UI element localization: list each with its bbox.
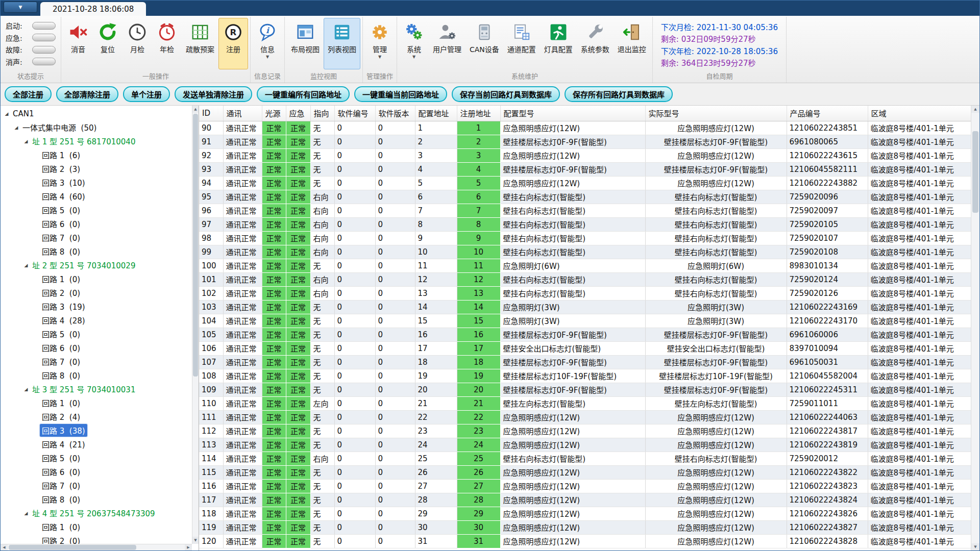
table-row[interactable]: 94通讯正常正常正常无0055应急照明感应灯(12W)应急照明感应灯(12W)1… [199,176,971,190]
status-indicator[interactable] [32,34,56,41]
tree-item[interactable]: 回路 4 (60) [1,189,192,203]
tree-item[interactable]: 回路 7 (0) [1,479,192,492]
toolbar-button-annual-check[interactable]: 年检 [152,18,182,69]
column-header-emergency[interactable]: 应急 [286,106,310,121]
table-row[interactable]: 95通讯正常正常正常右向0066壁挂右向标志灯(智能型)壁挂右向标志灯(智能型)… [199,190,971,204]
toolbar-button-register[interactable]: R注册 [218,18,248,69]
toolbar-button-channel-config[interactable]: 通道配置 [503,18,540,69]
toolbar-button-exit-monitor[interactable]: 退出监控 [614,18,650,69]
table-row[interactable]: 120通讯正常正常正常无003131应急照明感应灯(12W)应急照明感应灯(12… [199,534,971,548]
table-row[interactable]: 103通讯正常正常正常无001414应急照明灯(3W)应急照明灯(3W)1210… [199,300,971,314]
tree-horizontal-scrollbar[interactable]: ◀ ▶ [1,544,192,550]
table-row[interactable]: 93通讯正常正常正常无0044壁挂楼层标志灯0F-9F(智能型)壁挂楼层标志灯0… [199,162,971,176]
tree-item[interactable]: ◢一体式集中电源 (50) [1,120,192,134]
toolbar-button-mute[interactable]: 消音 [63,18,93,69]
scroll-left-icon[interactable]: ◀ [1,544,8,550]
table-row[interactable]: 118通讯正常正常正常无002929应急照明感应灯(12W)应急照明感应灯(12… [199,507,971,520]
status-indicator[interactable] [32,46,56,54]
column-header-id[interactable]: ID [199,106,223,121]
tree-item[interactable]: 回路 7 (0) [1,355,192,368]
table-row[interactable]: 92通讯正常正常正常无0033应急照明感应灯(12W)应急照明感应灯(12W)1… [199,148,971,162]
tree-item[interactable]: 回路 3 (19) [1,299,192,313]
toolbar-button-layout-view[interactable]: 布局视图 [287,18,324,69]
column-header-cfg_model[interactable]: 配置型号 [500,106,645,121]
column-header-light[interactable]: 光源 [262,106,286,121]
tree-item[interactable]: ◢址 3 型 251 号 7034010031 [1,382,192,396]
toolbar-button-evacuation-plan[interactable]: 疏散预案 [182,18,218,69]
status-indicator[interactable] [32,58,56,65]
table-row[interactable]: 107通讯正常正常正常无001818壁挂楼层标志灯0F-9F(智能型)壁挂楼层标… [199,355,971,369]
scroll-up-icon[interactable]: ▲ [971,106,979,113]
tree-item[interactable]: 回路 6 (0) [1,465,192,479]
table-row[interactable]: 111通讯正常正常正常无002222应急照明感应灯(12W)应急照明感应灯(12… [199,410,971,424]
toolbar-button-lamp-config[interactable]: 灯具配置 [540,18,577,69]
tree-item[interactable]: ◢CAN1 [1,107,192,120]
table-vertical-scrollbar[interactable]: ▲ ▼ [971,106,979,550]
tree-item[interactable]: 回路 3 (38) [1,423,192,437]
toolbar-button-info[interactable]: i信息▼ [253,18,282,69]
tree-item[interactable]: 回路 5 (0) [1,451,192,465]
tree-item[interactable]: 回路 8 (0) [1,368,192,382]
tree-item[interactable]: 回路 2 (0) [1,286,192,299]
table-row[interactable]: 113通讯正常正常正常无002424应急照明感应灯(12W)应急照明感应灯(12… [199,438,971,452]
table-row[interactable]: 112通讯正常正常正常无002323应急照明感应灯(12W)应急照明感应灯(12… [199,424,971,438]
tree-expander-icon[interactable]: ◢ [22,511,30,516]
window-menu-button[interactable]: ▼ [4,2,37,13]
tree-item[interactable]: 回路 5 (0) [1,327,192,341]
table-row[interactable]: 114通讯正常正常正常右向002525壁挂右向标志灯(智能型)壁挂右向标志灯(智… [199,452,971,465]
tree-expander-icon[interactable]: ◢ [22,139,30,144]
tree-hscroll-track[interactable] [8,544,185,550]
tree-vscroll-thumb[interactable] [193,114,198,377]
table-row[interactable]: 106通讯正常正常正常无001717壁挂安全出口标志灯(智能型)壁挂安全出口标志… [199,341,971,355]
tree-item[interactable]: 回路 4 (21) [1,437,192,451]
column-header-sw_ver[interactable]: 软件版本 [375,106,415,121]
table-row[interactable]: 104通讯正常正常正常无001515应急照明灯(3W)应急照明灯(3W)1210… [199,314,971,328]
column-header-sw_no[interactable]: 软件编号 [334,106,375,121]
table-row[interactable]: 117通讯正常正常正常无002828应急照明感应灯(12W)应急照明感应灯(12… [199,493,971,507]
tree-item[interactable]: 回路 3 (10) [1,176,192,189]
save-current-loop-lamps-button[interactable]: 保存当前回路灯具到数据库 [452,86,560,102]
tree-item[interactable]: 回路 5 (0) [1,203,192,217]
table-vscroll-thumb[interactable] [972,131,978,213]
tree-expander-icon[interactable]: ◢ [22,387,30,392]
tree-item[interactable]: 回路 6 (0) [1,217,192,231]
scroll-right-icon[interactable]: ▶ [185,544,192,550]
toolbar-button-monthly-check[interactable]: 月检 [122,18,152,69]
tree-item[interactable]: 回路 7 (0) [1,231,192,244]
tree-item[interactable]: 回路 6 (0) [1,341,192,355]
table-row[interactable]: 110通讯正常正常正常左向002121壁挂左向标志灯(智能型)壁挂左向标志灯(智… [199,396,971,410]
column-header-product_no[interactable]: 产品编号 [787,106,868,121]
toolbar-button-user-manage[interactable]: 用户管理 [429,18,465,69]
toolbar-button-system-params[interactable]: 系统参数 [577,18,614,69]
toolbar-button-list-view[interactable]: 列表视图 [324,18,360,69]
renumber-all-loop-addresses-button[interactable]: 一键重编所有回路地址 [257,86,350,102]
save-all-loop-lamps-button[interactable]: 保存所有回路灯具到数据库 [565,86,673,102]
title-tab[interactable]: 2021-10-28 18:06:08 [40,2,146,16]
tree-item[interactable]: 回路 8 (0) [1,244,192,258]
tree-item[interactable]: ◢址 2 型 251 号 7034010029 [1,258,192,272]
tree-item[interactable]: ◢址 1 型 251 号 6817010040 [1,134,192,148]
tree-hscroll-thumb[interactable] [9,545,136,550]
column-header-direction[interactable]: 指向 [310,106,334,121]
table-row[interactable]: 99通讯正常正常正常右向001010壁挂右向标志灯(智能型)壁挂右向标志灯(智能… [199,245,971,259]
table-row[interactable]: 101通讯正常正常正常右向001212壁挂右向标志灯(智能型)壁挂右向标志灯(智… [199,272,971,286]
send-single-clear-registration-button[interactable]: 发送单独清除注册 [175,86,252,102]
table-row[interactable]: 109通讯正常正常正常无002020壁挂楼层标志灯0F-9F(智能型)壁挂楼层标… [199,383,971,396]
scroll-down-icon[interactable]: ▼ [971,543,979,550]
table-row[interactable]: 91通讯正常正常正常无0022壁挂楼层标志灯0F-9F(智能型)壁挂楼层标志灯0… [199,135,971,148]
table-row[interactable]: 90通讯正常正常正常无0011应急照明感应灯(12W)应急照明感应灯(12W)1… [199,121,971,135]
register-all-button[interactable]: 全部注册 [5,86,52,102]
column-header-area[interactable]: 区域 [868,106,971,121]
table-row[interactable]: 105通讯正常正常正常无001616壁挂楼层标志灯0F-9F(智能型)壁挂楼层标… [199,328,971,341]
column-header-actual_model[interactable]: 实际型号 [645,106,787,121]
tree-item[interactable]: 回路 2 (3) [1,162,192,176]
toolbar-button-reset[interactable]: 复位 [93,18,122,69]
clear-all-registration-button[interactable]: 全部清除注册 [56,86,118,102]
column-header-reg_addr[interactable]: 注册地址 [457,106,500,121]
table-row[interactable]: 108通讯正常正常正常无001919壁挂楼层标志灯10F-19F(智能型)壁挂楼… [199,369,971,383]
status-indicator[interactable] [32,22,56,30]
tree-expander-icon[interactable]: ◢ [3,111,11,116]
table-row[interactable]: 102通讯正常正常正常右向001313壁挂右向标志灯(智能型)壁挂右向标志灯(智… [199,286,971,300]
table-row[interactable]: 119通讯正常正常正常无003030应急照明感应灯(12W)应急照明感应灯(12… [199,520,971,534]
tree-item[interactable]: 回路 1 (0) [1,272,192,286]
